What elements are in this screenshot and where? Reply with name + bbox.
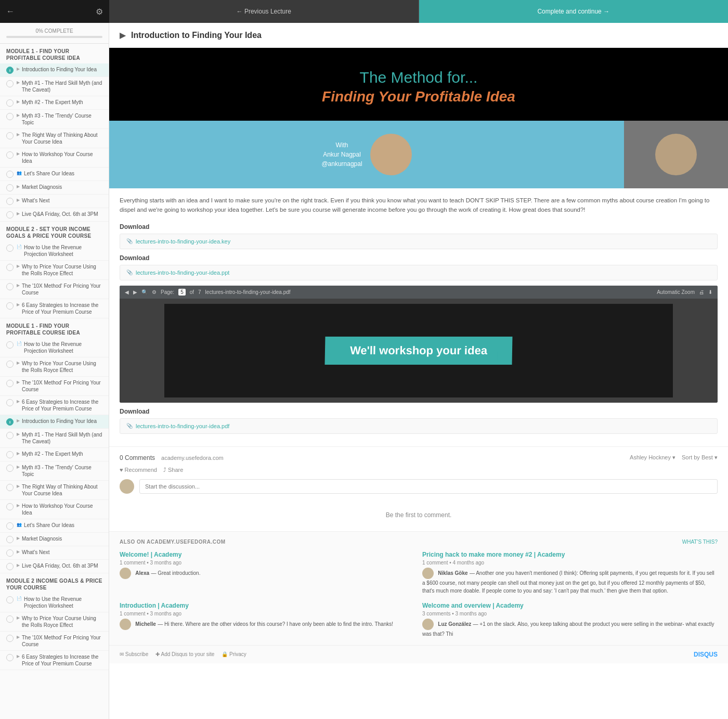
sidebar-item-rolls1[interactable]: ▶ Why to Price Your Course Using the Rol…: [0, 261, 109, 280]
sidebar-item-strategies2[interactable]: ▶ 6 Easy Strategies to Increase the Pric…: [0, 396, 109, 415]
circle-indicator: [6, 399, 14, 406]
doc-icon: 📄: [17, 341, 22, 346]
also-on-item-title-1[interactable]: Welcome! | Academy: [120, 551, 415, 558]
sort-label[interactable]: Sort by Best ▾: [682, 454, 718, 461]
download-link-key[interactable]: 📎 lectures-intro-to-finding-your-idea.ke…: [120, 234, 718, 249]
also-on-item-title-4[interactable]: Welcome and overview | Academy: [422, 602, 718, 609]
sidebar-item-whats-next2[interactable]: ▶ What's Next: [0, 546, 109, 560]
complete-continue-button[interactable]: Complete and continue →: [419, 0, 729, 23]
sidebar-item-workshop2[interactable]: ▶ How to Workshop Your Course Idea: [0, 500, 109, 519]
download-link-ppt[interactable]: 📎 lectures-intro-to-finding-your-idea.pp…: [120, 265, 718, 280]
play-icon: ▶: [17, 418, 20, 423]
sidebar-item-revenue2[interactable]: 📄 How to Use the Revenue Projection Work…: [0, 338, 109, 357]
sidebar-item-myth2b[interactable]: ▶ Myth #2 - The Expert Myth: [0, 448, 109, 461]
share-button[interactable]: ⤴ Share: [163, 467, 183, 473]
pdf-page-current[interactable]: 5: [178, 289, 186, 296]
privacy-link[interactable]: 🔒 Privacy: [222, 651, 246, 657]
circle-indicator: [6, 184, 14, 191]
sidebar-item-myth2[interactable]: ▶ Myth #2 - The Expert Myth: [0, 96, 109, 110]
comments-user[interactable]: Ashley Hockney ▾: [630, 454, 675, 461]
sidebar-item-share2[interactable]: 👥 Let's Share Our Ideas: [0, 519, 109, 533]
sidebar-item-myth3[interactable]: ▶ Myth #3 - The 'Trendy' Course Topic: [0, 110, 109, 129]
commenter-avatar: [120, 479, 134, 494]
module2-first-title: Module 2 - Set Your Income Goals & Price…: [0, 222, 109, 241]
lecture-body: Everything starts with an idea and I wan…: [109, 188, 728, 446]
circle-indicator: [6, 380, 14, 387]
disqus-left: ✉ Subscribe ✚ Add Disqus to your site 🔒 …: [120, 651, 246, 657]
pdf-next-icon[interactable]: ▶: [133, 289, 137, 295]
pdf-page-label: Page:: [161, 289, 174, 295]
sidebar-item-intro2[interactable]: i ▶ Introduction to Finding Your Idea: [0, 415, 109, 429]
sidebar-item-10x2[interactable]: ▶ The '10X Method' For Pricing Your Cour…: [0, 377, 109, 396]
sidebar-item-rolls3[interactable]: ▶ Why to Price Your Course Using the Rol…: [0, 612, 109, 632]
recommend-button[interactable]: ♥ Recommend: [120, 467, 157, 473]
sidebar-item-right-way[interactable]: ▶ The Right Way of Thinking About Your C…: [0, 129, 109, 148]
comment-input[interactable]: [139, 479, 718, 494]
pdf-title: lectures-intro-to-finding-your-idea.pdf: [205, 289, 653, 295]
sidebar-item-market2[interactable]: ▶ Market Diagnosis: [0, 533, 109, 546]
sidebar-item-qa[interactable]: ▶ Live Q&A Friday, Oct. 6th at 3PM: [0, 208, 109, 222]
progress-area: 0% COMPLETE: [0, 23, 109, 44]
settings-button[interactable]: ⚙: [96, 7, 103, 17]
pdf-zoom-label[interactable]: Automatic Zoom: [657, 289, 695, 295]
add-disqus-link[interactable]: ✚ Add Disqus to your site: [155, 651, 214, 657]
presentation-area: The Method for... Finding Your Profitabl…: [109, 48, 728, 121]
comments-header: 0 Comments academy.usefedora.com Ashley …: [120, 454, 718, 461]
pdf-viewer: ◀ ▶ 🔍 ⚙ Page: 5 of 7 lectures-intro-to-f…: [120, 286, 718, 403]
sidebar-item-revenue3[interactable]: 📄 How to Use the Revenue Projection Work…: [0, 593, 109, 612]
pdf-prev-icon[interactable]: ◀: [125, 289, 129, 295]
sidebar-item-intro[interactable]: i ▶ Introduction to Finding Your Idea: [0, 63, 109, 77]
file-icon-key: 📎: [126, 238, 133, 244]
download-link-pdf[interactable]: 📎 lectures-intro-to-finding-your-idea.pd…: [120, 418, 718, 434]
sidebar-item-right-way2[interactable]: ▶ The Right Way of Thinking About Your C…: [0, 481, 109, 500]
pdf-print-icon[interactable]: 🖨: [699, 289, 704, 295]
progress-bar-bg: [6, 36, 102, 38]
circle-indicator: [6, 113, 14, 120]
disqus-logo: DISQUS: [694, 651, 718, 658]
circle-indicator: [6, 536, 14, 543]
subscribe-link[interactable]: ✉ Subscribe: [120, 651, 148, 657]
sidebar-item-revenue1[interactable]: 📄 How to Use the Revenue Projection Work…: [0, 241, 109, 261]
also-on-item-title-2[interactable]: Pricing hack to make more money #2 | Aca…: [422, 551, 718, 558]
sidebar-item-myth3b[interactable]: ▶ Myth #3 - The 'Trendy' Course Topic: [0, 461, 109, 481]
whats-this-link[interactable]: WHAT'S THIS?: [682, 539, 718, 545]
pdf-slide: We'll workshop your idea: [164, 304, 673, 397]
play-icon: ▶: [17, 549, 20, 554]
sidebar-item-text: How to Workshop Your Course Idea: [22, 503, 102, 516]
circle-indicator: [6, 451, 14, 458]
sidebar-item-myth1b[interactable]: ▶ Myth #1 - The Hard Skill Myth (and The…: [0, 429, 109, 448]
item-icons: 📄: [17, 245, 22, 249]
pdf-search-icon[interactable]: 🔍: [141, 289, 148, 295]
sidebar-item-market[interactable]: ▶ Market Diagnosis: [0, 181, 109, 195]
download-title-2: Download: [120, 254, 718, 262]
sidebar-item-rolls2[interactable]: ▶ Why to Price Your Course Using the Rol…: [0, 357, 109, 377]
sidebar-item-strategies3[interactable]: ▶ 6 Easy Strategies to Increase the Pric…: [0, 651, 109, 670]
item-icons: 👥: [17, 522, 22, 527]
circle-indicator: [6, 302, 14, 310]
play-icon: ▶: [17, 184, 20, 189]
sidebar-item-10x3[interactable]: ▶ The '10X Method' For Pricing Your Cour…: [0, 632, 109, 651]
sidebar-item-strategies1[interactable]: ▶ 6 Easy Strategies to Increase the Pric…: [0, 299, 109, 318]
also-on-item-title-3[interactable]: Introduction | Academy: [120, 602, 415, 609]
pdf-page-total: 7: [198, 289, 201, 295]
sidebar-item-10x1[interactable]: ▶ The '10X Method' For Pricing Your Cour…: [0, 280, 109, 299]
sidebar-item-text: 6 Easy Strategies to Increase the Price …: [22, 399, 102, 412]
pdf-toolbar: ◀ ▶ 🔍 ⚙ Page: 5 of 7 lectures-intro-to-f…: [120, 286, 718, 299]
pdf-tools-icon[interactable]: ⚙: [152, 289, 157, 295]
also-on-item-1: Welcome! | Academy 1 comment • 3 months …: [120, 551, 415, 595]
sidebar-item-whats-next[interactable]: ▶ What's Next: [0, 195, 109, 208]
sidebar-item-workshop[interactable]: ▶ How to Workshop Your Course Idea: [0, 148, 109, 168]
back-button[interactable]: ←: [6, 7, 15, 16]
sidebar-item-myth1[interactable]: ▶ Myth #1 - The Hard Skill Myth (and The…: [0, 77, 109, 96]
circle-indicator: [6, 549, 14, 557]
comments-section: 0 Comments academy.usefedora.com Ashley …: [109, 446, 728, 531]
circle-indicator: [6, 503, 14, 510]
comments-right: Ashley Hockney ▾ Sort by Best ▾: [630, 454, 718, 461]
sidebar-item-qa2[interactable]: ▶ Live Q&A Friday, Oct. 6th at 3PM: [0, 560, 109, 573]
circle-indicator: [6, 432, 14, 439]
pdf-download-icon[interactable]: ⬇: [708, 289, 712, 295]
sidebar-item-share[interactable]: 👥 Let's Share Our Ideas: [0, 168, 109, 181]
circle-indicator: [6, 484, 14, 491]
also-on-item-meta-1: 1 comment • 3 months ago: [120, 560, 415, 566]
previous-lecture-button[interactable]: ← Previous Lecture: [109, 0, 419, 23]
